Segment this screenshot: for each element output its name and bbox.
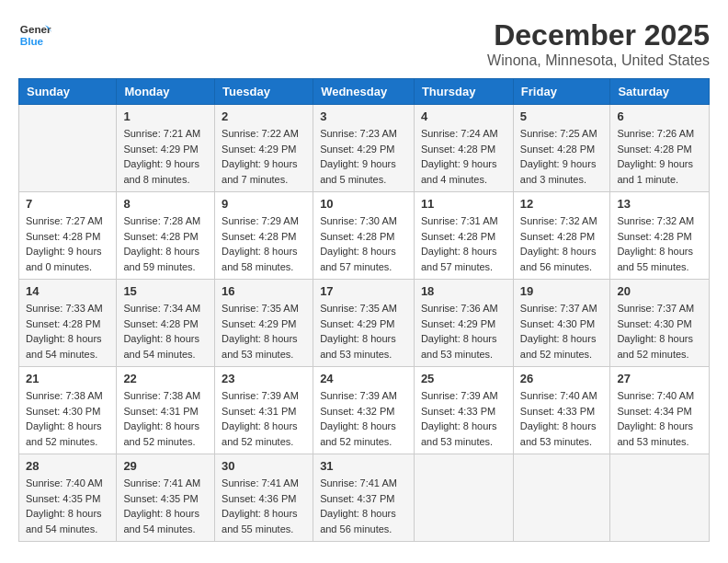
calendar-cell xyxy=(414,454,513,542)
day-number: 3 xyxy=(320,109,407,123)
day-number: 7 xyxy=(26,197,109,211)
calendar-cell: 18Sunrise: 7:36 AM Sunset: 4:29 PM Dayli… xyxy=(414,280,513,367)
calendar-cell: 10Sunrise: 7:30 AM Sunset: 4:28 PM Dayli… xyxy=(313,192,415,280)
calendar-week-row: 7Sunrise: 7:27 AM Sunset: 4:28 PM Daylig… xyxy=(19,192,710,280)
calendar-cell: 17Sunrise: 7:35 AM Sunset: 4:29 PM Dayli… xyxy=(313,280,415,367)
day-info: Sunrise: 7:35 AM Sunset: 4:29 PM Dayligh… xyxy=(320,301,407,362)
svg-text:General: General xyxy=(20,23,51,35)
calendar-cell: 31Sunrise: 7:41 AM Sunset: 4:37 PM Dayli… xyxy=(313,454,415,542)
day-info: Sunrise: 7:37 AM Sunset: 4:30 PM Dayligh… xyxy=(617,301,702,362)
day-number: 5 xyxy=(520,109,604,123)
day-number: 12 xyxy=(520,197,604,211)
title-block: December 2025 Winona, Minnesota, United … xyxy=(487,18,710,69)
calendar-cell: 19Sunrise: 7:37 AM Sunset: 4:30 PM Dayli… xyxy=(513,280,610,367)
day-info: Sunrise: 7:34 AM Sunset: 4:28 PM Dayligh… xyxy=(123,301,208,362)
calendar-cell: 22Sunrise: 7:38 AM Sunset: 4:31 PM Dayli… xyxy=(117,367,215,454)
calendar-table: SundayMondayTuesdayWednesdayThursdayFrid… xyxy=(18,78,710,542)
day-header-monday: Monday xyxy=(117,79,215,105)
day-number: 30 xyxy=(222,459,306,473)
day-number: 10 xyxy=(320,197,407,211)
calendar-cell: 24Sunrise: 7:39 AM Sunset: 4:32 PM Dayli… xyxy=(313,367,415,454)
calendar-cell: 14Sunrise: 7:33 AM Sunset: 4:28 PM Dayli… xyxy=(19,280,117,367)
calendar-cell: 1Sunrise: 7:21 AM Sunset: 4:29 PM Daylig… xyxy=(117,105,215,192)
day-number: 13 xyxy=(617,197,702,211)
day-number: 22 xyxy=(123,372,208,385)
calendar-cell: 3Sunrise: 7:23 AM Sunset: 4:29 PM Daylig… xyxy=(313,105,415,192)
calendar-cell: 29Sunrise: 7:41 AM Sunset: 4:35 PM Dayli… xyxy=(117,454,215,542)
day-info: Sunrise: 7:41 AM Sunset: 4:36 PM Dayligh… xyxy=(222,476,306,536)
page-header: General Blue December 2025 Winona, Minne… xyxy=(18,18,710,69)
day-number: 15 xyxy=(123,284,208,298)
day-info: Sunrise: 7:23 AM Sunset: 4:29 PM Dayligh… xyxy=(320,126,407,187)
calendar-cell: 13Sunrise: 7:32 AM Sunset: 4:28 PM Dayli… xyxy=(610,192,710,280)
calendar-week-row: 21Sunrise: 7:38 AM Sunset: 4:30 PM Dayli… xyxy=(19,367,710,454)
day-number: 9 xyxy=(222,197,306,211)
day-info: Sunrise: 7:21 AM Sunset: 4:29 PM Dayligh… xyxy=(123,126,208,187)
day-number: 29 xyxy=(123,459,208,473)
calendar-cell: 16Sunrise: 7:35 AM Sunset: 4:29 PM Dayli… xyxy=(215,280,313,367)
day-info: Sunrise: 7:33 AM Sunset: 4:28 PM Dayligh… xyxy=(26,301,109,362)
day-info: Sunrise: 7:35 AM Sunset: 4:29 PM Dayligh… xyxy=(222,301,306,362)
day-info: Sunrise: 7:39 AM Sunset: 4:32 PM Dayligh… xyxy=(320,388,407,449)
calendar-week-row: 14Sunrise: 7:33 AM Sunset: 4:28 PM Dayli… xyxy=(19,280,710,367)
calendar-cell: 30Sunrise: 7:41 AM Sunset: 4:36 PM Dayli… xyxy=(215,454,313,542)
day-number: 20 xyxy=(617,284,702,298)
day-number: 2 xyxy=(222,109,306,123)
day-info: Sunrise: 7:39 AM Sunset: 4:31 PM Dayligh… xyxy=(222,388,306,449)
day-number: 16 xyxy=(222,284,306,298)
day-header-wednesday: Wednesday xyxy=(313,79,415,105)
calendar-cell: 20Sunrise: 7:37 AM Sunset: 4:30 PM Dayli… xyxy=(610,280,710,367)
calendar-cell: 5Sunrise: 7:25 AM Sunset: 4:28 PM Daylig… xyxy=(513,105,610,192)
page-subtitle: Winona, Minnesota, United States xyxy=(487,52,710,69)
day-info: Sunrise: 7:41 AM Sunset: 4:37 PM Dayligh… xyxy=(320,476,407,536)
day-info: Sunrise: 7:38 AM Sunset: 4:31 PM Dayligh… xyxy=(123,388,208,449)
calendar-cell: 11Sunrise: 7:31 AM Sunset: 4:28 PM Dayli… xyxy=(414,192,513,280)
day-header-saturday: Saturday xyxy=(610,79,710,105)
day-number: 28 xyxy=(26,459,109,473)
calendar-cell: 2Sunrise: 7:22 AM Sunset: 4:29 PM Daylig… xyxy=(215,105,313,192)
calendar-cell: 28Sunrise: 7:40 AM Sunset: 4:35 PM Dayli… xyxy=(19,454,117,542)
day-number: 18 xyxy=(421,284,506,298)
day-number: 27 xyxy=(617,372,702,385)
day-info: Sunrise: 7:27 AM Sunset: 4:28 PM Dayligh… xyxy=(26,213,109,274)
day-number: 24 xyxy=(320,372,407,385)
day-info: Sunrise: 7:30 AM Sunset: 4:28 PM Dayligh… xyxy=(320,213,407,274)
calendar-cell: 4Sunrise: 7:24 AM Sunset: 4:28 PM Daylig… xyxy=(414,105,513,192)
day-info: Sunrise: 7:38 AM Sunset: 4:30 PM Dayligh… xyxy=(26,388,109,449)
day-number: 23 xyxy=(222,372,306,385)
day-number: 6 xyxy=(617,109,702,123)
day-info: Sunrise: 7:40 AM Sunset: 4:35 PM Dayligh… xyxy=(26,476,109,536)
day-number: 17 xyxy=(320,284,407,298)
calendar-cell: 15Sunrise: 7:34 AM Sunset: 4:28 PM Dayli… xyxy=(117,280,215,367)
calendar-cell: 25Sunrise: 7:39 AM Sunset: 4:33 PM Dayli… xyxy=(414,367,513,454)
calendar-cell: 6Sunrise: 7:26 AM Sunset: 4:28 PM Daylig… xyxy=(610,105,710,192)
calendar-cell: 27Sunrise: 7:40 AM Sunset: 4:34 PM Dayli… xyxy=(610,367,710,454)
day-header-sunday: Sunday xyxy=(19,79,117,105)
calendar-week-row: 28Sunrise: 7:40 AM Sunset: 4:35 PM Dayli… xyxy=(19,454,710,542)
day-info: Sunrise: 7:32 AM Sunset: 4:28 PM Dayligh… xyxy=(520,213,604,274)
calendar-cell xyxy=(513,454,610,542)
day-info: Sunrise: 7:22 AM Sunset: 4:29 PM Dayligh… xyxy=(222,126,306,187)
calendar-cell: 8Sunrise: 7:28 AM Sunset: 4:28 PM Daylig… xyxy=(117,192,215,280)
day-info: Sunrise: 7:26 AM Sunset: 4:28 PM Dayligh… xyxy=(617,126,702,187)
day-info: Sunrise: 7:32 AM Sunset: 4:28 PM Dayligh… xyxy=(617,213,702,274)
day-info: Sunrise: 7:31 AM Sunset: 4:28 PM Dayligh… xyxy=(421,213,506,274)
day-number: 25 xyxy=(421,372,506,385)
calendar-cell: 21Sunrise: 7:38 AM Sunset: 4:30 PM Dayli… xyxy=(19,367,117,454)
day-number: 14 xyxy=(26,284,109,298)
day-info: Sunrise: 7:41 AM Sunset: 4:35 PM Dayligh… xyxy=(123,476,208,536)
day-info: Sunrise: 7:36 AM Sunset: 4:29 PM Dayligh… xyxy=(421,301,506,362)
day-info: Sunrise: 7:25 AM Sunset: 4:28 PM Dayligh… xyxy=(520,126,604,187)
day-number: 1 xyxy=(123,109,208,123)
day-number: 21 xyxy=(26,372,109,385)
day-info: Sunrise: 7:37 AM Sunset: 4:30 PM Dayligh… xyxy=(520,301,604,362)
calendar-week-row: 1Sunrise: 7:21 AM Sunset: 4:29 PM Daylig… xyxy=(19,105,710,192)
day-info: Sunrise: 7:29 AM Sunset: 4:28 PM Dayligh… xyxy=(222,213,306,274)
day-header-tuesday: Tuesday xyxy=(215,79,313,105)
day-header-friday: Friday xyxy=(513,79,610,105)
day-info: Sunrise: 7:24 AM Sunset: 4:28 PM Dayligh… xyxy=(421,126,506,187)
calendar-cell: 9Sunrise: 7:29 AM Sunset: 4:28 PM Daylig… xyxy=(215,192,313,280)
calendar-cell: 26Sunrise: 7:40 AM Sunset: 4:33 PM Dayli… xyxy=(513,367,610,454)
page-title: December 2025 xyxy=(487,18,710,52)
day-info: Sunrise: 7:40 AM Sunset: 4:34 PM Dayligh… xyxy=(617,388,702,449)
